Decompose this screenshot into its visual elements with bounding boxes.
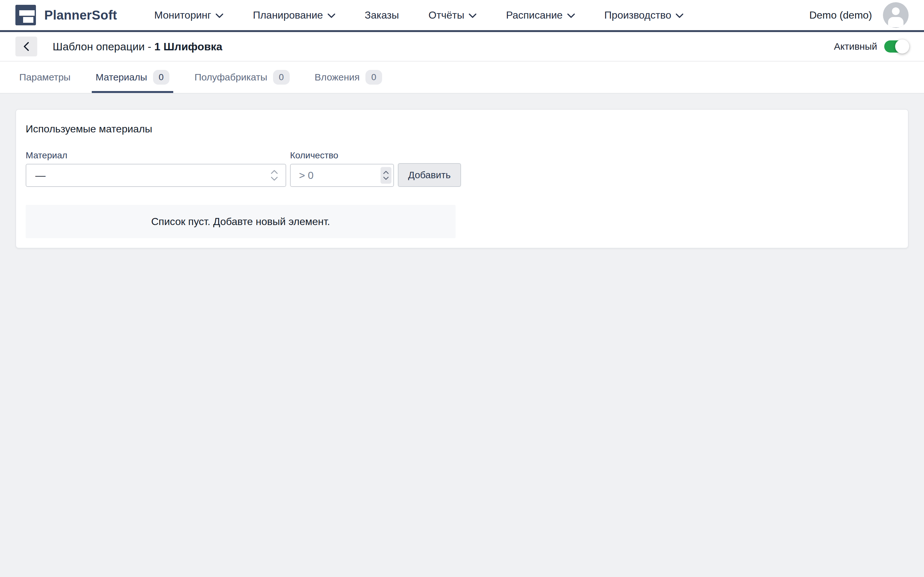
nav-item-planning[interactable]: Планирование [253, 9, 335, 21]
nav-item-label: Производство [604, 9, 672, 21]
active-status: Активный [834, 40, 909, 53]
tab-materials[interactable]: Материалы 0 [92, 61, 173, 93]
tab-parameters[interactable]: Параметры [15, 61, 74, 93]
tab-count-badge: 0 [153, 70, 170, 85]
tab-label: Материалы [95, 72, 147, 83]
chevron-down-icon [216, 13, 223, 18]
navbar-right: Demo (demo) [809, 2, 909, 28]
main-nav: Мониторинг Планирование Заказы Отчёты Ра… [154, 9, 809, 21]
quantity-label: Количество [290, 150, 394, 161]
brand[interactable]: PlannerSoft [15, 5, 117, 25]
nav-item-label: Мониторинг [154, 9, 211, 21]
tab-label: Параметры [19, 72, 71, 83]
nav-item-reports[interactable]: Отчёты [428, 9, 477, 21]
select-updown-icon [271, 170, 278, 181]
tab-count-badge: 0 [365, 70, 382, 85]
page-toolbar: Шаблон операции - 1 Шлифовка Активный [0, 32, 924, 61]
page-title: Шаблон операции - 1 Шлифовка [53, 40, 222, 53]
stepper-up-icon [383, 171, 389, 174]
chevron-left-icon [23, 42, 29, 51]
tab-attachments[interactable]: Вложения 0 [311, 61, 386, 93]
material-select-value: — [35, 169, 271, 181]
tab-semifinished[interactable]: Полуфабрикаты 0 [191, 61, 293, 93]
material-select[interactable]: — [26, 164, 286, 187]
nav-item-monitoring[interactable]: Мониторинг [154, 9, 223, 21]
nav-item-label: Отчёты [428, 9, 464, 21]
material-label: Материал [26, 150, 286, 161]
add-button[interactable]: Добавить [398, 163, 461, 187]
nav-item-label: Расписание [506, 9, 562, 21]
top-navbar: PlannerSoft Мониторинг Планирование Зака… [0, 0, 924, 32]
user-avatar[interactable] [883, 2, 909, 28]
empty-list-message: Список пуст. Добавте новый элемент. [26, 205, 456, 238]
nav-item-orders[interactable]: Заказы [365, 9, 399, 21]
nav-item-schedule[interactable]: Расписание [506, 9, 575, 21]
back-button[interactable] [15, 37, 37, 56]
card-heading: Используемые материалы [26, 123, 898, 135]
page: PlannerSoft Мониторинг Планирование Зака… [0, 0, 924, 577]
brand-name: PlannerSoft [44, 8, 117, 23]
active-status-label: Активный [834, 41, 877, 52]
active-toggle[interactable] [884, 40, 909, 53]
quantity-input[interactable] [290, 164, 394, 187]
tab-count-badge: 0 [273, 70, 290, 85]
nav-item-production[interactable]: Производство [604, 9, 684, 21]
material-field: Материал — [26, 150, 286, 187]
quantity-stepper[interactable] [381, 167, 391, 184]
chevron-down-icon [328, 13, 335, 18]
person-icon [892, 7, 900, 15]
chevron-down-icon [676, 13, 683, 18]
tab-label: Вложения [315, 72, 360, 83]
add-material-form: Материал — Количество [26, 150, 456, 238]
quantity-field: Количество [290, 150, 394, 187]
chevron-down-icon [567, 13, 575, 18]
tab-label: Полуфабрикаты [194, 72, 267, 83]
nav-item-label: Планирование [253, 9, 323, 21]
stepper-down-icon [383, 176, 389, 180]
chevron-down-icon [469, 13, 477, 18]
nav-item-label: Заказы [365, 9, 399, 21]
app-logo-icon [15, 5, 36, 25]
tab-bar: Параметры Материалы 0 Полуфабрикаты 0 Вл… [0, 61, 924, 93]
user-name[interactable]: Demo (demo) [809, 9, 872, 21]
main-content: Используемые материалы Материал — [0, 93, 924, 264]
materials-card: Используемые материалы Материал — [15, 109, 909, 248]
